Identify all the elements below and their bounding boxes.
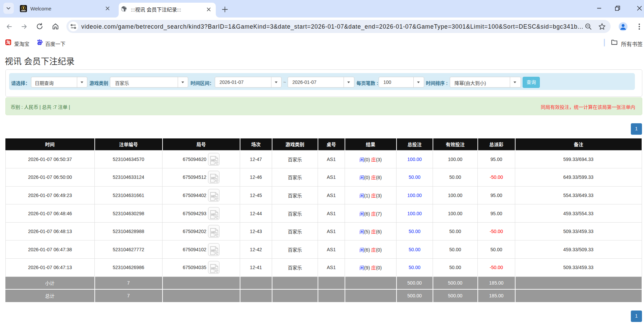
svg-text:du: du [38, 42, 41, 44]
